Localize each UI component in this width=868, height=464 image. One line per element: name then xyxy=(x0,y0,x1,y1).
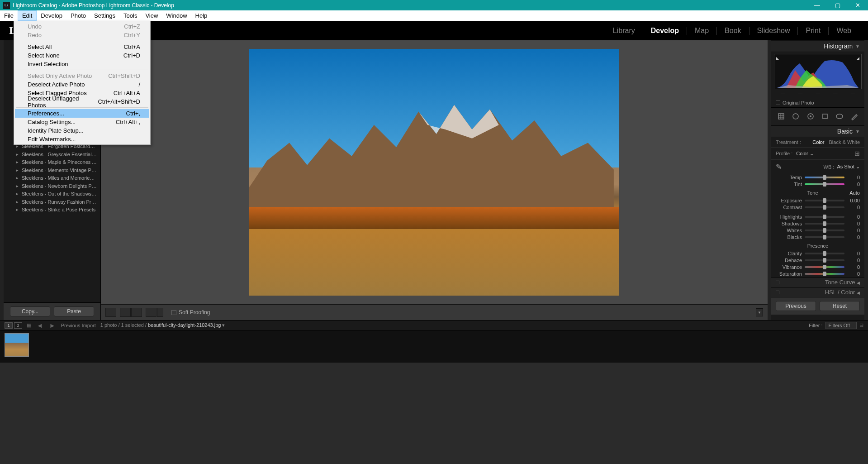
module-book[interactable]: Book xyxy=(716,27,749,35)
menu-window[interactable]: Window xyxy=(162,10,191,21)
image-canvas[interactable] xyxy=(101,40,768,304)
graduated-filter-icon[interactable] xyxy=(819,111,831,121)
slider-saturation[interactable]: Saturation0 xyxy=(771,270,864,277)
menu-item-select-only-active-photo: Select Only Active PhotoCtrl+Shift+D xyxy=(15,72,149,80)
hsl-color-panel[interactable]: HSL / Color ◀ xyxy=(771,287,864,297)
filter-select[interactable]: Filters Off xyxy=(825,322,857,329)
eyedropper-icon[interactable]: ✎ xyxy=(776,163,782,171)
module-web[interactable]: Web xyxy=(828,27,859,35)
histogram[interactable] xyxy=(774,54,862,89)
filter-lock-icon[interactable]: ⊟ xyxy=(859,322,863,328)
before-after-lr-icon[interactable] xyxy=(120,308,131,317)
nav-fwd-icon[interactable]: ► xyxy=(48,322,57,329)
spot-removal-icon[interactable] xyxy=(790,111,802,121)
menu-item-deselect-active-photo[interactable]: Deselect Active Photo/ xyxy=(15,80,149,89)
tone-curve-panel[interactable]: Tone Curve ◀ xyxy=(771,277,864,287)
close-button[interactable]: ✕ xyxy=(848,0,868,10)
menu-item-select-none[interactable]: Select NoneCtrl+D xyxy=(15,51,149,60)
reset-button[interactable]: Reset xyxy=(820,301,860,311)
slider-clarity[interactable]: Clarity0 xyxy=(771,250,864,257)
preset-folder[interactable]: Sleeklens - Maple & Pinecones Autu... xyxy=(4,158,100,167)
module-slideshow[interactable]: Slideshow xyxy=(749,27,798,35)
menu-tools[interactable]: Tools xyxy=(119,10,141,21)
menu-settings[interactable]: Settings xyxy=(90,10,119,21)
photo-preview xyxy=(249,49,619,296)
slider-vibrance[interactable]: Vibrance0 xyxy=(771,263,864,270)
basic-panel-header[interactable]: Basic ▼ xyxy=(771,125,864,137)
menu-item-preferences-[interactable]: Preferences...Ctrl+, xyxy=(15,109,149,118)
menu-item-identity-plate-setup-[interactable]: Identity Plate Setup... xyxy=(15,126,149,135)
adjustment-brush-icon[interactable] xyxy=(849,111,860,121)
toolbar-options-dropdown[interactable]: ▼ xyxy=(756,308,763,316)
preset-folder[interactable]: Sleeklens - Strike a Pose Presets xyxy=(4,206,100,214)
menubar: FileEditDevelopPhotoSettingsToolsViewWin… xyxy=(0,10,868,21)
before-after-tb-icon[interactable] xyxy=(131,308,142,317)
menu-item-catalog-settings-[interactable]: Catalog Settings...Ctrl+Alt+, xyxy=(15,118,149,126)
profile-select[interactable]: Color ⌄ xyxy=(796,151,813,157)
profile-browser-icon[interactable]: ⊞ xyxy=(854,150,860,157)
slider-tint[interactable]: Tint0 xyxy=(771,181,864,187)
menu-item-invert-selection[interactable]: Invert Selection xyxy=(15,60,149,68)
paste-button[interactable]: Paste xyxy=(54,306,94,316)
treatment-bw[interactable]: Black & White xyxy=(829,139,860,145)
slider-contrast[interactable]: Contrast0 xyxy=(771,204,864,210)
radial-filter-icon[interactable] xyxy=(834,111,845,121)
preset-folder[interactable]: Sleeklens - Memento Vintage Presets xyxy=(4,167,100,175)
module-develop[interactable]: Develop xyxy=(643,27,687,35)
module-library[interactable]: Library xyxy=(605,27,643,35)
right-panel-collapse-left[interactable] xyxy=(768,40,771,320)
menu-photo[interactable]: Photo xyxy=(66,10,90,21)
filmstrip[interactable] xyxy=(0,330,868,363)
preset-folder[interactable]: Sleeklens - Newborn Delights Presets xyxy=(4,182,100,191)
menu-edit[interactable]: Edit xyxy=(18,10,37,21)
slider-blacks[interactable]: Blacks0 xyxy=(771,234,864,240)
slider-shadows[interactable]: Shadows0 xyxy=(771,220,864,227)
svg-point-7 xyxy=(793,114,798,119)
slider-whites[interactable]: Whites0 xyxy=(771,227,864,234)
menu-item-undo: UndoCtrl+Z xyxy=(15,22,149,31)
secondary-display-bar: 1 2 ▦ ◄ ► Previous Import 1 photo / 1 se… xyxy=(0,320,868,330)
module-map[interactable]: Map xyxy=(687,27,716,35)
preset-folder[interactable]: Sleeklens - Runway Fashion Presets xyxy=(4,198,100,206)
checkbox-icon[interactable] xyxy=(171,310,176,315)
left-panel-collapse[interactable] xyxy=(0,40,4,320)
menu-file[interactable]: File xyxy=(0,10,18,21)
screen-2-button[interactable]: 2 xyxy=(14,322,22,329)
crop-tool-icon[interactable] xyxy=(775,111,787,121)
loupe-view-icon[interactable] xyxy=(105,308,116,317)
slider-temp[interactable]: Temp0 xyxy=(771,174,864,181)
app-icon: Lr xyxy=(3,2,10,9)
menu-item-deselect-unflagged-photos[interactable]: Deselect Unflagged PhotosCtrl+Alt+Shift+… xyxy=(15,97,149,106)
before-after-swap-icon[interactable] xyxy=(157,308,163,317)
slider-exposure[interactable]: Exposure0.00 xyxy=(771,197,864,204)
original-photo-toggle[interactable]: Original Photo xyxy=(771,98,864,107)
grid-view-icon[interactable]: ▦ xyxy=(27,322,31,328)
right-panel-collapse-right[interactable] xyxy=(864,40,868,320)
nav-back-icon[interactable]: ◄ xyxy=(36,322,44,329)
previous-button[interactable]: Previous xyxy=(776,301,816,311)
slider-highlights[interactable]: Highlights0 xyxy=(771,213,864,220)
before-after-split-icon[interactable] xyxy=(146,308,157,317)
screen-1-button[interactable]: 1 xyxy=(5,322,13,329)
histogram-header[interactable]: Histogram ▼ xyxy=(771,40,864,52)
minimize-button[interactable]: — xyxy=(807,0,827,10)
soft-proofing-toggle[interactable]: Soft Proofing xyxy=(171,309,210,316)
source-label[interactable]: Previous Import xyxy=(61,323,96,328)
preset-folder[interactable]: Sleeklens - Miles and Memories Tra... xyxy=(4,174,100,182)
filmstrip-thumbnail[interactable] xyxy=(5,333,29,357)
module-print[interactable]: Print xyxy=(797,27,828,35)
redeye-tool-icon[interactable] xyxy=(805,111,816,121)
wb-select[interactable]: As Shot ⌄ xyxy=(837,164,860,170)
auto-button[interactable]: Auto xyxy=(849,190,860,196)
menu-item-select-all[interactable]: Select AllCtrl+A xyxy=(15,43,149,51)
menu-view[interactable]: View xyxy=(141,10,162,21)
menu-item-edit-watermarks-[interactable]: Edit Watermarks... xyxy=(15,135,149,144)
preset-folder[interactable]: Sleeklens - Greyscale Essentials Pres... xyxy=(4,151,100,159)
copy-button[interactable]: Copy... xyxy=(10,306,50,316)
treatment-color[interactable]: Color xyxy=(812,139,824,145)
menu-develop[interactable]: Develop xyxy=(37,10,66,21)
maximize-button[interactable]: ▢ xyxy=(827,0,848,10)
slider-dehaze[interactable]: Dehaze0 xyxy=(771,257,864,263)
preset-folder[interactable]: Sleeklens - Out of the Shadows HD... xyxy=(4,190,100,198)
menu-help[interactable]: Help xyxy=(191,10,212,21)
